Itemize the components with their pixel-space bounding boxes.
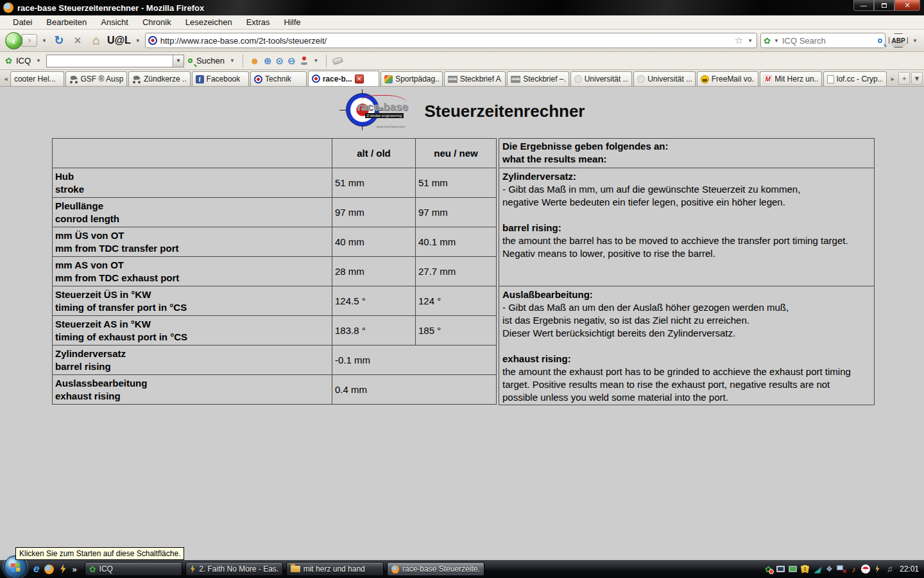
winamp-icon[interactable] [59,565,67,574]
tray-gpu-monitor-icon[interactable] [788,565,798,574]
hhn-icon: HHN [448,76,458,83]
search-magnifier-icon[interactable] [878,39,882,43]
tab-sportpaedagogik[interactable]: Sportpädag... [381,71,443,86]
abp-dropdown-icon[interactable]: ▼ [911,38,919,44]
tab-universitaet-2[interactable]: Universität ... [633,71,696,86]
menu-extras[interactable]: Extras [240,16,277,28]
tray-network-error-icon[interactable] [837,565,846,574]
menu-hilfe[interactable]: Hilfe [278,16,307,28]
icq-menu-button[interactable]: ICQ [16,56,31,66]
tab-technik[interactable]: Technik [250,71,307,86]
zoom-out-icon[interactable]: ⊖ [287,55,296,67]
start-button-tooltip: Klicken Sie zum Starten auf diese Schalt… [15,547,184,560]
tab-universitaet-1[interactable]: Universität ... [570,71,633,86]
menu-datei[interactable]: Datei [6,16,38,28]
adblock-plus-button[interactable]: ABP [889,33,908,48]
page-content: race-base 2-stroke engineering www.race-… [0,87,924,560]
back-button[interactable]: ‹ [5,32,22,49]
calculator-area: alt / old neu / new Hubstroke 51 mm 51 m… [52,138,924,405]
tab-scroll-left-icon[interactable]: ◄ [1,72,10,86]
address-bar[interactable]: ☆ ▼ [145,33,757,48]
tab-scooter-help[interactable]: cooter Hel... [10,71,64,86]
eraser-icon[interactable] [332,57,343,65]
tray-icq-icon[interactable]: ✿ [764,565,773,574]
search-input[interactable] [782,36,876,46]
tray-volume-icon[interactable]: ♪ [849,565,859,574]
tray-display-audio-icon[interactable] [776,565,785,574]
icq-search-combobox[interactable]: ▼ [46,55,184,67]
taskbar-button-firefox-active[interactable]: race-base Steuerzeite... [387,562,484,576]
taskbar-button-icq[interactable]: ✿ ICQ [85,562,182,576]
tab-close-icon[interactable]: ✕ [355,74,364,83]
url-input[interactable] [160,36,732,46]
result-value: 0.4 mm [332,375,497,405]
suchen-dropdown-icon[interactable]: ▼ [228,58,236,64]
tab-mit-herz[interactable]: M Mit Herz un... [760,71,822,86]
taskbar-button-folder[interactable]: mit herz und hand [286,562,384,576]
emoticon-icon[interactable]: ☻ [250,55,260,66]
close-button[interactable]: ✕ [894,0,920,11]
tab-race-base-active[interactable]: race-b... ✕ [308,71,379,86]
icq-menu-dropdown-icon[interactable]: ▼ [35,58,42,64]
zoom-in-icon[interactable]: ⊕ [264,55,272,67]
stop-button[interactable]: × [70,34,85,48]
row-label: Pleullängeconrod length [53,198,332,227]
ul-extension-button[interactable]: U@L [107,35,131,46]
quick-launch-overflow-icon[interactable]: » [72,565,76,574]
reload-button[interactable]: ↻ [51,33,67,48]
internet-explorer-icon[interactable]: e [33,563,39,575]
tab-lof-cc[interactable]: lof.cc - Cryp... [823,71,887,86]
home-button[interactable]: ⌂ [89,33,104,48]
tray-mixer-icon[interactable]: ♫ [885,565,894,574]
forward-button[interactable]: › [22,34,37,47]
tab-label: Universität ... [585,74,629,83]
tab-label: Steckbrief A... [460,74,502,83]
ul-dropdown-icon[interactable]: ▼ [134,38,142,44]
value-new: 185 ° [416,316,497,346]
university-icon [574,75,582,83]
value-new: 97 mm [416,198,497,227]
site-favicon-icon [148,36,157,45]
tab-label: Universität ... [647,74,692,83]
row-label: Auslassbearbeitungexhaust rising [53,375,332,405]
tab-scroll-right-icon[interactable]: ► [888,72,897,86]
combo-dropdown-icon[interactable]: ▼ [173,55,184,67]
games-joystick-icon[interactable] [300,57,309,66]
minimize-button[interactable]: — [853,0,874,11]
suchen-button[interactable]: Suchen [196,56,225,66]
tab-steckbrief-a[interactable]: HHN Steckbrief A... [444,71,506,86]
tab-freemail[interactable]: FreeMail vo... [697,71,759,86]
search-bar[interactable]: ✿ ▼ [760,33,886,48]
tray-winamp-icon[interactable] [873,565,882,574]
tab-steckbrief-2[interactable]: HHN Steckbrief –... [507,71,569,86]
menu-ansicht[interactable]: Ansicht [94,16,135,28]
tab-gsf-auspuff[interactable]: GSF ® Ausp... [65,71,128,86]
bookmark-dropdown-icon[interactable]: ▼ [746,38,754,44]
menu-chronik[interactable]: Chronik [136,16,178,28]
firefox-icon[interactable] [44,565,54,574]
folder-icon [291,566,300,572]
tray-security-shield-icon[interactable]: ! [800,565,810,574]
tray-pin-icon[interactable]: ❖ [825,565,834,574]
maximize-button[interactable] [874,0,894,11]
toolbar-separator [243,55,243,67]
explanation-panel: Die Ergebnisse geben folgendes an: what … [499,138,875,405]
tab-facebook[interactable]: f Facebook [192,71,250,86]
value-old: 28 mm [332,257,416,286]
suchen-magnifier-icon [188,58,193,63]
table-row: Pleullängeconrod length 97 mm 97 mm [53,198,497,227]
tray-ati-icon[interactable]: ◢ [812,565,822,574]
taskbar-button-winamp[interactable]: 2. Faith No More - Eas... [185,562,283,576]
new-tab-button[interactable]: + [898,72,910,85]
menu-bearbeiten[interactable]: Bearbeiten [40,16,93,28]
bookmark-star-icon[interactable]: ☆ [735,35,743,46]
menu-lesezeichen[interactable]: Lesezeichen [179,16,239,28]
zoom-reset-icon[interactable]: ⊙ [275,55,284,67]
games-dropdown-icon[interactable]: ▼ [312,58,320,64]
tab-zuendkerze[interactable]: Zündkerze ... [128,71,191,86]
explanation-exhaust-rising: Auslaßbearbeitung: - Gibt das Maß an um … [499,286,874,405]
search-engine-dropdown-icon[interactable]: ▼ [773,38,780,44]
tab-list-dropdown-icon[interactable]: ▼ [911,72,923,85]
history-dropdown-icon[interactable]: ▼ [40,38,48,44]
tray-avira-umbrella-icon[interactable]: ☂ [861,565,870,574]
